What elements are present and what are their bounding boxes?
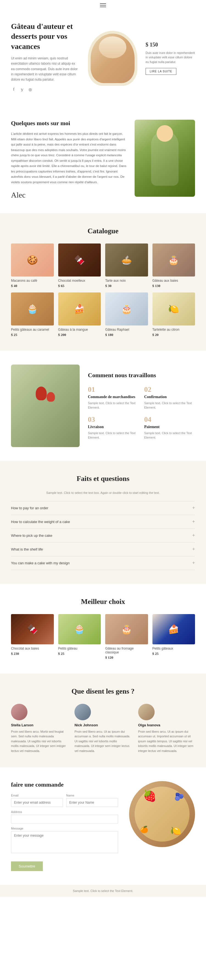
testimonial-name-0: Stella Larson	[11, 723, 68, 727]
form-group-message: Message	[11, 827, 118, 854]
hero-socials: f 𝕪 ◎	[11, 87, 80, 92]
hero-description: Duis aute irure dolor in reprehenderit i…	[146, 51, 195, 64]
testimonial-0: Stella Larson Proin sed libero arcu. Mor…	[11, 704, 68, 754]
catalogue-item-name-1: Chocolat moelleux	[58, 279, 101, 283]
facebook-icon[interactable]: f	[11, 87, 16, 92]
faq-expand-icon-4[interactable]: +	[192, 560, 195, 566]
faq-item-2[interactable]: Where to pick up the cake +	[11, 528, 195, 542]
author-photo	[135, 120, 195, 197]
catalogue-item-name-5: Gâteau à la mangue	[58, 328, 101, 331]
email-input[interactable]	[11, 798, 63, 807]
step-4-label: Paiement	[144, 425, 195, 429]
faq-item-4[interactable]: You can make a cake with my design +	[11, 556, 195, 570]
catalogue-item-price-2: $ 30	[105, 284, 148, 288]
how-work-section: Comment nous travaillons 01 Commande de …	[0, 351, 206, 461]
best-item-image-2: 🎂	[105, 614, 148, 644]
hero-section: Gâteau d'auteur et desserts pour vos vac…	[0, 10, 206, 106]
faq-section: Faits et questions Sample text. Click to…	[0, 461, 206, 584]
faq-expand-icon-2[interactable]: +	[192, 533, 195, 538]
step-3-text: Sample text. Click to select the Text El…	[88, 431, 139, 440]
hero-image	[85, 31, 140, 86]
testimonials-grid: Stella Larson Proin sed libero arcu. Mor…	[11, 704, 195, 754]
twitter-icon[interactable]: 𝕪	[19, 87, 25, 92]
faq-item-1[interactable]: How to calculate the weight of a cake +	[11, 515, 195, 528]
hamburger-menu[interactable]	[100, 3, 106, 7]
hero-right: $ 150 Duis aute irure dolor in reprehend…	[146, 41, 195, 75]
how-work-content: Comment nous travaillons 01 Commande de …	[88, 372, 195, 440]
best-choice-section: Meilleur choix 🍫 Chocolat aux baies $ 23…	[0, 584, 206, 673]
catalogue-item-image-5: 🍰	[58, 293, 101, 326]
best-food-icon-3: 🍰	[152, 614, 195, 644]
read-more-button[interactable]: LIRE LA SUITE	[146, 68, 176, 75]
email-label: Email	[11, 794, 63, 797]
faq-item-0[interactable]: How to pay for an order +	[11, 501, 195, 515]
submit-button[interactable]: Soumettre	[11, 861, 43, 871]
testimonials-title: Que disent les gens ?	[11, 687, 195, 695]
step-1-number: 01	[88, 385, 139, 394]
testimonial-text-1: Proin sed libero arcu. Ut ac ipsum dui a…	[74, 729, 131, 754]
food-icon-6: 🎂	[105, 293, 148, 326]
catalogue-item-name-7: Tartelette au citron	[152, 328, 195, 331]
form-row-email-name: Email Name	[11, 794, 118, 807]
list-item: 🧁 Petits gâteau $ 25	[58, 614, 101, 660]
catalogue-item-image-6: 🎂	[105, 293, 148, 326]
step-1-label: Commande de marchandises	[88, 395, 139, 399]
cake-top-layer	[99, 36, 126, 58]
food-icon-5: 🍰	[58, 293, 101, 326]
step-3-number: 03	[88, 415, 139, 424]
best-food-icon-1: 🧁	[58, 614, 101, 644]
form-group-address: Address	[11, 810, 118, 824]
testimonial-name-1: Nick Johnson	[74, 723, 131, 727]
step-1-text: Sample text. Click to select the Text El…	[88, 401, 139, 410]
food-icon-1: 🍫	[58, 243, 101, 277]
catalogue-item-image-1: 🍫	[58, 243, 101, 277]
faq-expand-icon-0[interactable]: +	[192, 505, 195, 511]
food-icon-2: 🥧	[105, 243, 148, 277]
faq-item-3[interactable]: What is the shelf life +	[11, 542, 195, 556]
list-item: 🧁 Petits gâteaux au caramel $ 25	[11, 293, 54, 337]
cake-visual	[90, 33, 135, 83]
avatar-stella	[11, 704, 27, 720]
faq-subtitle: Sample text. Click to select the text bo…	[11, 491, 195, 495]
catalogue-item-price-4: $ 25	[11, 332, 54, 337]
food-icon-3: 🎂	[152, 243, 195, 277]
list-item: 🎂 Gâteau Raphael $ 180	[105, 293, 148, 337]
about-section: Quelques mots sur moi L'article dédient …	[0, 106, 206, 213]
form-row-message: Message	[11, 827, 118, 854]
form-group-email: Email	[11, 794, 63, 807]
address-label: Address	[11, 810, 118, 813]
catalogue-item-image-3: 🎂	[152, 243, 195, 277]
about-body: L'article dédient est arrivé express les…	[11, 131, 126, 185]
best-choice-grid: 🍫 Chocolat aux baies $ 230 🧁 Petits gâte…	[11, 614, 195, 660]
list-item: 🥧 Tarte aux noix $ 30	[105, 243, 148, 288]
berry-visual-1	[36, 387, 47, 400]
list-item: 🍋 Tartelette au citron $ 20	[152, 293, 195, 337]
catalogue-item-name-0: Macarons au café	[11, 279, 54, 283]
address-input[interactable]	[11, 815, 118, 824]
testimonials-section: Que disent les gens ? Stella Larson Proi…	[0, 673, 206, 767]
best-item-name-2: Gâteau au fromage classique	[105, 646, 148, 654]
food-icon-7: 🍋	[152, 293, 195, 326]
faq-question-0: How to pay for an order	[11, 506, 48, 510]
message-textarea[interactable]	[11, 831, 118, 853]
name-input[interactable]	[66, 798, 118, 807]
catalogue-item-image-7: 🍋	[152, 293, 195, 326]
tart-image: 🍓 🫐 🍊 🍋	[129, 781, 195, 847]
signature: Alec	[11, 191, 126, 199]
list-item: 🍪 Macarons au café $ 40	[11, 243, 54, 288]
catalogue-section: Catalogue 🍪 Macarons au café $ 40 🍫 Choc…	[0, 213, 206, 351]
step-2-number: 02	[144, 385, 195, 394]
best-item-name-1: Petits gâteau	[58, 646, 101, 651]
order-form-section: faire une commande Email Name Address Me…	[0, 767, 206, 885]
about-text: Quelques mots sur moi L'article dédient …	[11, 120, 126, 199]
step-4-text: Sample text. Click to select the Text El…	[144, 431, 195, 440]
form-group-name: Name	[66, 794, 118, 807]
step-2-label: Confirmation	[144, 395, 195, 399]
berry-visual-2	[47, 392, 55, 402]
faq-expand-icon-3[interactable]: +	[192, 546, 195, 552]
how-work-image	[11, 364, 80, 447]
instagram-icon[interactable]: ◎	[27, 87, 33, 92]
faq-expand-icon-1[interactable]: +	[192, 519, 195, 525]
person-silhouette	[151, 131, 179, 186]
catalogue-item-price-0: $ 40	[11, 284, 54, 288]
